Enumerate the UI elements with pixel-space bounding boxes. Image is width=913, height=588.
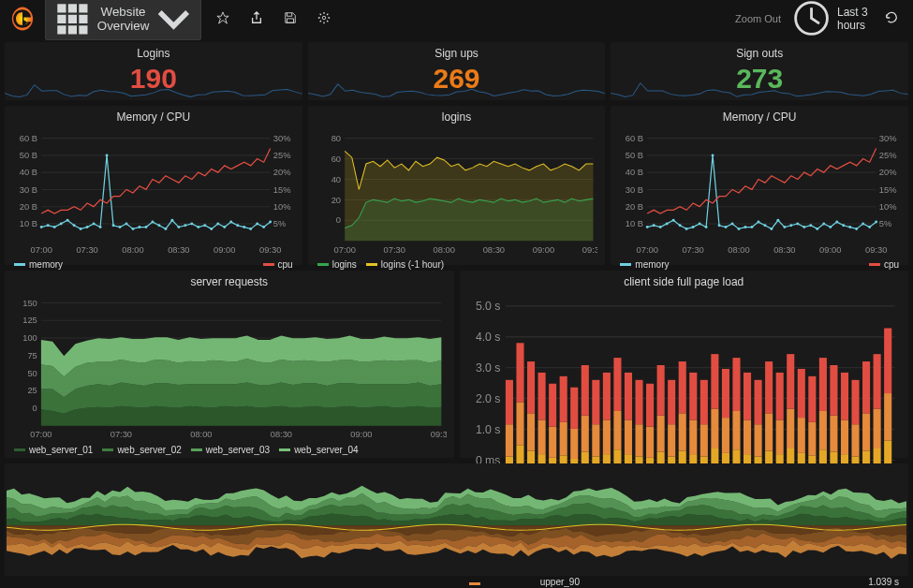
svg-point-143: [856, 228, 859, 230]
dashboard-picker[interactable]: Website Overview: [45, 0, 201, 40]
svg-rect-283: [711, 409, 718, 448]
legend-item[interactable]: logins: [317, 259, 357, 270]
svg-point-70: [269, 221, 272, 224]
svg-rect-198: [526, 413, 534, 450]
legend-item[interactable]: web_server_03: [191, 445, 270, 455]
svg-rect-274: [689, 373, 697, 420]
svg-text:30%: 30%: [879, 133, 897, 143]
legend-item[interactable]: logins (-1 hour): [366, 259, 444, 270]
svg-text:30 B: 30 B: [626, 184, 643, 195]
svg-point-135: [803, 226, 806, 228]
svg-text:25: 25: [27, 386, 37, 395]
grafana-logo: [9, 6, 36, 32]
svg-rect-193: [516, 403, 523, 446]
zoom-out-button[interactable]: Zoom Out: [735, 13, 781, 24]
stat-panel[interactable]: Sign outs 273: [611, 42, 908, 100]
svg-point-9: [322, 16, 326, 20]
svg-rect-238: [613, 411, 621, 449]
svg-text:5.0 s: 5.0 s: [475, 300, 500, 313]
sparkline: [611, 77, 908, 100]
legend-item[interactable]: web_server_01: [14, 445, 93, 455]
settings-button[interactable]: [312, 6, 336, 33]
svg-text:09:00: 09:00: [350, 430, 372, 439]
legend-item[interactable]: cpu: [263, 259, 293, 270]
svg-point-132: [784, 226, 787, 228]
svg-point-35: [40, 226, 43, 228]
svg-rect-343: [840, 419, 847, 454]
svg-text:09:30: 09:30: [865, 244, 887, 255]
svg-point-141: [843, 224, 846, 227]
svg-point-122: [718, 224, 721, 227]
panel-title: client side full page load: [462, 272, 907, 291]
stat-panel[interactable]: Sign ups 269: [308, 42, 606, 100]
svg-rect-329: [808, 376, 816, 422]
svg-point-138: [823, 222, 826, 225]
svg-point-124: [731, 222, 734, 225]
panel-page-load[interactable]: client side full page load 0 ms1.0 s2.0 …: [460, 271, 909, 458]
svg-point-68: [256, 222, 258, 225]
svg-point-41: [80, 228, 82, 230]
panel-footer-graph[interactable]: [5, 463, 908, 576]
time-range-picker[interactable]: Last 3 hours: [790, 0, 870, 40]
legend-item[interactable]: web_server_04: [279, 445, 358, 455]
stat-title: Sign ups: [310, 44, 604, 63]
svg-rect-199: [526, 361, 534, 413]
panel-server-requests[interactable]: server requests 025507510012515007:0007:…: [5, 271, 454, 458]
svg-text:50 B: 50 B: [626, 150, 643, 160]
panel-title: Memory / CPU: [7, 108, 301, 126]
svg-rect-348: [851, 424, 859, 456]
save-button[interactable]: [278, 6, 302, 33]
svg-point-43: [93, 222, 96, 225]
svg-point-119: [699, 222, 701, 225]
share-button[interactable]: [244, 6, 269, 33]
legend-item[interactable]: memory: [14, 259, 63, 270]
svg-rect-249: [635, 380, 642, 424]
legend-item[interactable]: cpu: [869, 259, 899, 270]
svg-rect-288: [721, 418, 729, 453]
svg-text:08:00: 08:00: [122, 244, 143, 255]
stats-row: Logins 190 Sign ups 269 Sign outs 273: [5, 42, 908, 100]
svg-rect-308: [765, 413, 773, 450]
svg-rect-344: [840, 373, 847, 420]
svg-point-111: [646, 226, 649, 228]
svg-text:5%: 5%: [273, 218, 287, 228]
svg-text:09:30: 09:30: [582, 244, 597, 255]
svg-point-63: [223, 226, 226, 228]
svg-point-54: [164, 228, 167, 230]
svg-point-67: [249, 228, 252, 230]
legend-item[interactable]: memory: [620, 259, 669, 270]
legend-row[interactable]: upper_901.039 s: [467, 576, 902, 588]
star-button[interactable]: [211, 6, 235, 33]
svg-text:08:30: 08:30: [168, 244, 189, 255]
svg-rect-0: [57, 4, 66, 12]
svg-rect-269: [678, 361, 685, 413]
svg-text:07:30: 07:30: [383, 244, 405, 255]
panel-memory---cpu[interactable]: Memory / CPU 10 B20 B30 B40 B50 B60 B5%1…: [611, 106, 908, 265]
svg-point-144: [862, 222, 865, 225]
svg-rect-209: [549, 384, 556, 427]
legend-item[interactable]: web_server_02: [102, 445, 181, 455]
svg-rect-218: [570, 429, 578, 459]
svg-point-51: [145, 226, 148, 228]
svg-point-59: [197, 226, 199, 228]
svg-point-133: [790, 224, 793, 227]
svg-text:25%: 25%: [879, 150, 897, 160]
svg-point-121: [712, 154, 714, 156]
sparkline: [308, 77, 606, 100]
refresh-button[interactable]: [879, 6, 904, 33]
svg-point-127: [751, 226, 754, 228]
svg-rect-284: [711, 354, 718, 408]
svg-text:60 B: 60 B: [20, 133, 37, 143]
panel-memory---cpu[interactable]: Memory / CPU 10 B20 B30 B40 B50 B60 B5%1…: [5, 106, 302, 265]
svg-rect-8: [79, 25, 87, 34]
svg-text:100: 100: [22, 333, 37, 343]
svg-rect-228: [592, 424, 599, 456]
svg-point-61: [210, 228, 213, 230]
svg-rect-303: [754, 424, 761, 456]
panel-logins[interactable]: logins 02040608007:0007:3008:0008:3009:0…: [308, 106, 606, 265]
svg-point-130: [771, 228, 773, 230]
svg-point-57: [184, 224, 186, 227]
dashboard-grid: Logins 190 Sign ups 269 Sign outs 273 Me…: [0, 37, 913, 581]
svg-point-42: [86, 226, 89, 228]
stat-panel[interactable]: Logins 190: [5, 42, 302, 100]
